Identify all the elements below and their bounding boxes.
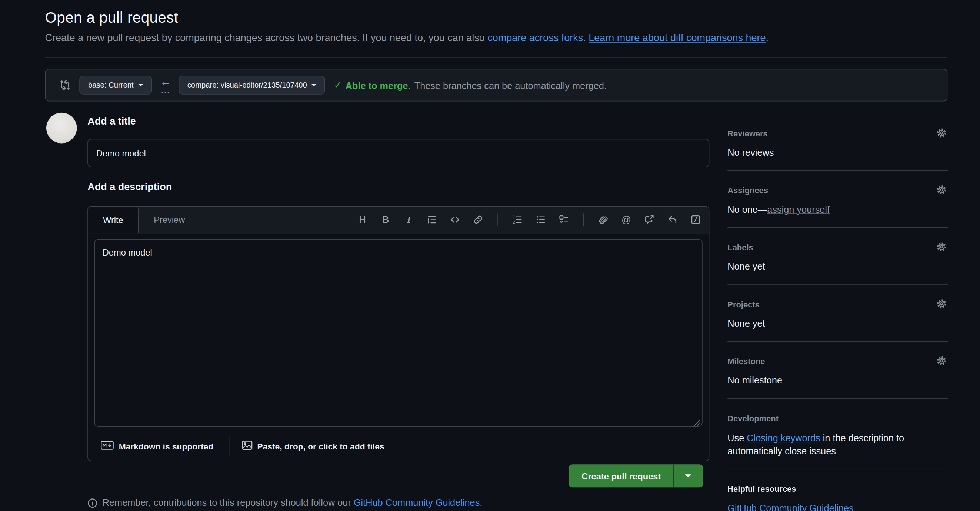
toolbar-separator	[583, 213, 584, 226]
development-text: Use Closing keywords in the description …	[727, 431, 948, 458]
sidebar-section-milestone: Milestone No milestone	[727, 342, 948, 399]
gear-icon[interactable]	[936, 299, 947, 311]
note-text: Remember, contributions to this reposito…	[103, 497, 354, 508]
git-compare-icon	[59, 79, 70, 91]
reply-icon[interactable]	[667, 215, 678, 225]
page-header: Open a pull request Create a new pull re…	[45, 9, 948, 44]
italic-icon[interactable]: I	[404, 215, 414, 225]
milestone-heading: Milestone	[727, 357, 948, 367]
create-pr-button-group: Create pull request	[569, 464, 703, 487]
sidebar: Reviewers No reviews Assignees No one—as…	[727, 119, 948, 511]
closing-keywords-link[interactable]: Closing keywords	[747, 433, 820, 443]
caret-down-icon	[685, 474, 692, 477]
assignees-heading: Assignees	[727, 186, 948, 196]
open-pull-request-page: Open a pull request Create a new pull re…	[0, 0, 980, 511]
mention-icon[interactable]: @	[621, 215, 631, 225]
sidebar-section-reviewers: Reviewers No reviews	[727, 119, 948, 171]
projects-value: None yet	[727, 318, 948, 330]
projects-heading: Projects	[727, 300, 948, 310]
list-unordered-icon[interactable]	[536, 215, 546, 225]
resize-handle[interactable]	[694, 418, 701, 429]
toolbar-separator	[497, 213, 498, 226]
sidebar-section-development: Development Use Closing keywords in the …	[727, 399, 948, 469]
branch-compare-bar: base: Current ← … compare: visual-editor…	[45, 69, 948, 102]
milestone-value: No milestone	[727, 374, 948, 387]
arrow-left-icon: ← …	[159, 76, 172, 94]
markdown-toolbar: H B I	[357, 206, 700, 233]
tab-preview[interactable]: Preview	[138, 206, 201, 233]
gear-icon[interactable]	[936, 241, 947, 254]
compare-across-forks-link[interactable]: compare across forks	[487, 33, 583, 43]
tasklist-icon[interactable]	[559, 215, 569, 225]
page-title: Open a pull request	[45, 9, 948, 26]
sidebar-section-projects: Projects None yet	[727, 285, 948, 342]
gear-icon[interactable]	[936, 185, 947, 198]
check-icon: ✓	[334, 79, 342, 91]
development-heading: Development	[727, 414, 948, 423]
title-heading: Add a title	[88, 117, 709, 126]
labels-value: None yet	[727, 260, 948, 273]
description-heading: Add a description	[88, 182, 709, 192]
attach-files-label: Paste, drop, or click to add files	[257, 442, 384, 451]
header-divider	[45, 57, 948, 58]
markdown-supported-label: Markdown is supported	[119, 442, 214, 451]
link-icon[interactable]	[473, 215, 483, 225]
avatar	[46, 113, 77, 144]
editor-footer: Markdown is supported Paste, drop, or cl…	[101, 436, 696, 457]
heading-icon[interactable]: H	[357, 215, 368, 225]
community-guidelines-link[interactable]: GitHub Community Guidelines.	[354, 497, 482, 508]
create-pull-request-button[interactable]: Create pull request	[569, 464, 673, 487]
description-editor: Write Preview H B I	[88, 206, 709, 461]
assignees-value: No one—	[727, 204, 767, 215]
svg-text:1: 1	[513, 215, 515, 219]
merge-status-text: These branches can be automatically merg…	[414, 80, 607, 91]
markdown-supported[interactable]: Markdown is supported	[101, 441, 214, 452]
tab-write[interactable]: Write	[88, 206, 139, 234]
cross-reference-icon[interactable]	[644, 215, 654, 225]
code-icon[interactable]	[450, 215, 460, 225]
markdown-icon	[101, 441, 114, 452]
helpful-resources-heading: Helpful resources	[727, 484, 948, 494]
editor-header: Write Preview H B I	[88, 206, 709, 234]
compare-branch-label: compare: visual-editor/2135/107400	[188, 81, 307, 90]
caret-down-icon	[138, 84, 143, 86]
info-icon	[88, 497, 97, 510]
quote-icon[interactable]	[427, 215, 437, 225]
image-icon	[242, 441, 252, 452]
labels-heading: Labels	[727, 243, 948, 253]
base-branch-label: base: Current	[88, 81, 134, 90]
sidebar-section-assignees: Assignees No one—assign yourself	[727, 171, 948, 228]
gear-icon[interactable]	[936, 356, 947, 369]
pr-form: Add a title Add a description Write Prev…	[88, 117, 709, 461]
merge-status-strong: Able to merge.	[345, 80, 411, 91]
attach-files-button[interactable]: Paste, drop, or click to add files	[242, 441, 384, 452]
create-pr-options-dropdown[interactable]	[673, 464, 703, 487]
sidebar-section-helpful-resources: Helpful resources GitHub Community Guide…	[727, 469, 948, 511]
caret-down-icon	[312, 84, 317, 86]
gear-icon[interactable]	[936, 128, 947, 141]
compare-branch-dropdown[interactable]: compare: visual-editor/2135/107400	[178, 76, 325, 94]
bold-icon[interactable]: B	[381, 215, 391, 225]
list-ordered-icon[interactable]: 1 2	[512, 215, 523, 225]
assign-yourself-link[interactable]: assign yourself	[767, 204, 830, 215]
reviewers-heading: Reviewers	[727, 129, 948, 139]
base-branch-dropdown[interactable]: base: Current	[79, 76, 151, 94]
pr-title-input[interactable]	[88, 139, 709, 167]
svg-text:2: 2	[513, 220, 515, 224]
learn-more-diff-link[interactable]: Learn more about diff comparisons here	[589, 33, 765, 43]
footer-separator	[229, 436, 229, 457]
pr-description-textarea[interactable]: Demo model	[94, 239, 703, 427]
community-guidelines-note: Remember, contributions to this reposito…	[88, 497, 482, 510]
slash-command-icon[interactable]	[691, 215, 701, 225]
sidebar-section-labels: Labels None yet	[727, 228, 948, 285]
github-community-guidelines-link[interactable]: GitHub Community Guidelines	[727, 503, 853, 511]
page-subtitle: Create a new pull request by comparing c…	[45, 33, 948, 44]
subtitle-text: Create a new pull request by comparing c…	[45, 33, 488, 43]
reviewers-value: No reviews	[727, 147, 948, 159]
paperclip-icon[interactable]	[598, 215, 608, 225]
merge-status: ✓ Able to merge. These branches can be a…	[334, 79, 606, 91]
